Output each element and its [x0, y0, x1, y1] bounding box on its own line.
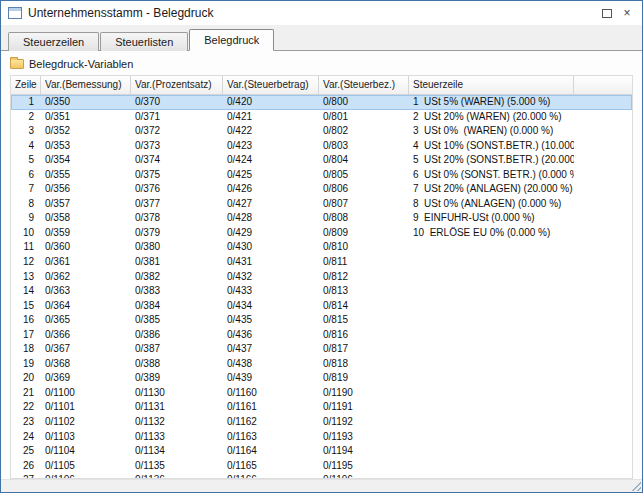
cell-steuerbez: 0/800: [319, 95, 409, 110]
table-row[interactable]: 180/3670/3870/4370/817: [11, 342, 632, 357]
table-row[interactable]: 90/3580/3780/4280/8089 EINFUHR-USt (0.00…: [11, 211, 632, 226]
cell-prozentsatz: 0/380: [131, 240, 223, 255]
cell-steuerbez: 0/814: [319, 299, 409, 314]
cell-steuerbez: 0/1194: [319, 444, 409, 459]
table-row[interactable]: 110/3600/3800/4300/810: [11, 240, 632, 255]
table-row[interactable]: 30/3520/3720/4220/8023 USt 0% (WAREN) (0…: [11, 124, 632, 139]
cell-steuerbetrag: 0/1161: [223, 400, 319, 415]
cell-zeile: 15: [11, 299, 41, 314]
cell-steuerzeile: [409, 342, 574, 357]
cell-prozentsatz: 0/381: [131, 255, 223, 270]
cell-bemessung: 0/1104: [41, 444, 131, 459]
cell-bemessung: 0/366: [41, 328, 131, 343]
cell-steuerbez: 0/1196: [319, 473, 409, 478]
table-row[interactable]: 200/3690/3890/4390/819: [11, 371, 632, 386]
table-row[interactable]: 130/3620/3820/4320/812: [11, 270, 632, 285]
cell-zeile: 14: [11, 284, 41, 299]
table-row[interactable]: 230/11020/11320/11620/1192: [11, 415, 632, 430]
close-button[interactable]: ×: [617, 4, 637, 22]
cell-zeile: 16: [11, 313, 41, 328]
cell-bemessung: 0/367: [41, 342, 131, 357]
cell-bemessung: 0/359: [41, 226, 131, 241]
app-icon: [8, 7, 22, 19]
table-row[interactable]: 20/3510/3710/4210/8012 USt 20% (WAREN) (…: [11, 110, 632, 125]
cell-bemessung: 0/361: [41, 255, 131, 270]
cell-zeile: 5: [11, 153, 41, 168]
cell-zeile: 3: [11, 124, 41, 139]
cell-zeile: 22: [11, 400, 41, 415]
table-row[interactable]: 140/3630/3830/4330/813: [11, 284, 632, 299]
cell-zeile: 17: [11, 328, 41, 343]
cell-bemessung: 0/363: [41, 284, 131, 299]
cell-steuerbetrag: 0/430: [223, 240, 319, 255]
cell-steuerbetrag: 0/439: [223, 371, 319, 386]
table-row[interactable]: 60/3550/3750/4250/8056 USt 0% (SONST. BE…: [11, 168, 632, 183]
cell-bemessung: 0/352: [41, 124, 131, 139]
cell-prozentsatz: 0/379: [131, 226, 223, 241]
cell-bemessung: 0/351: [41, 110, 131, 125]
table-row[interactable]: 150/3640/3840/4340/814: [11, 299, 632, 314]
table-row[interactable]: 40/3530/3730/4230/8034 USt 10% (SONST.BE…: [11, 139, 632, 154]
cell-zeile: 12: [11, 255, 41, 270]
cell-prozentsatz: 0/383: [131, 284, 223, 299]
column-header-bemessung[interactable]: Var.(Bemessung): [41, 76, 131, 94]
cell-prozentsatz: 0/385: [131, 313, 223, 328]
tab-steuerlisten[interactable]: Steuerlisten: [100, 32, 188, 51]
cell-steuerzeile: [409, 444, 574, 459]
cell-steuerzeile: 4 USt 10% (SONST.BETR.) (10.000 %): [409, 139, 574, 154]
table-row[interactable]: 170/3660/3860/4360/816: [11, 328, 632, 343]
cell-prozentsatz: 0/1136: [131, 473, 223, 478]
cell-steuerbetrag: 0/426: [223, 182, 319, 197]
table-row[interactable]: 210/11000/11300/11600/1190: [11, 386, 632, 401]
table-row[interactable]: 260/11050/11350/11650/1195: [11, 459, 632, 474]
column-header-prozentsatz[interactable]: Var.(Prozentsatz): [131, 76, 223, 94]
column-header-steuerbetrag[interactable]: Var.(Steuerbetrag): [223, 76, 319, 94]
maximize-button[interactable]: [597, 4, 617, 22]
titlebar: Unternehmensstamm - Belegdruck ×: [1, 1, 642, 25]
cell-steuerzeile: [409, 240, 574, 255]
cell-steuerzeile: [409, 430, 574, 445]
cell-steuerbetrag: 0/1163: [223, 430, 319, 445]
table-row[interactable]: 120/3610/3810/4310/811: [11, 255, 632, 270]
cell-prozentsatz: 0/1133: [131, 430, 223, 445]
cell-bemessung: 0/1102: [41, 415, 131, 430]
cell-steuerzeile: 9 EINFUHR-USt (0.000 %): [409, 211, 574, 226]
cell-steuerbetrag: 0/1162: [223, 415, 319, 430]
cell-prozentsatz: 0/1132: [131, 415, 223, 430]
table-row[interactable]: 220/11010/11310/11610/1191: [11, 400, 632, 415]
cell-steuerbez: 0/1193: [319, 430, 409, 445]
cell-bemessung: 0/368: [41, 357, 131, 372]
cell-steuerzeile: [409, 415, 574, 430]
tab-belegdruck[interactable]: Belegdruck: [189, 29, 274, 51]
cell-bemessung: 0/365: [41, 313, 131, 328]
resize-grip[interactable]: [630, 480, 641, 491]
cell-steuerzeile: [409, 371, 574, 386]
grid-body: 10/3500/3700/4200/8001 USt 5% (WAREN) (5…: [11, 95, 632, 478]
column-header-steuerbez[interactable]: Var.(Steuerbez.): [319, 76, 409, 94]
dialog-window: Unternehmensstamm - Belegdruck × Steuerz…: [0, 0, 643, 493]
cell-steuerzeile: 10 ERLÖSE EU 0% (0.000 %): [409, 226, 574, 241]
table-row[interactable]: 190/3680/3880/4380/818: [11, 357, 632, 372]
table-row[interactable]: 160/3650/3850/4350/815: [11, 313, 632, 328]
cell-bemessung: 0/358: [41, 211, 131, 226]
table-row[interactable]: 100/3590/3790/4290/80910 ERLÖSE EU 0% (0…: [11, 226, 632, 241]
cell-steuerbetrag: 0/429: [223, 226, 319, 241]
cell-zeile: 26: [11, 459, 41, 474]
table-row[interactable]: 240/11030/11330/11630/1193: [11, 430, 632, 445]
cell-steuerbez: 0/1195: [319, 459, 409, 474]
column-header-zeile[interactable]: Zeile: [11, 76, 41, 94]
cell-steuerbez: 0/816: [319, 328, 409, 343]
table-row[interactable]: 70/3560/3760/4260/8067 USt 20% (ANLAGEN)…: [11, 182, 632, 197]
table-row[interactable]: 80/3570/3770/4270/8078 USt 0% (ANLAGEN) …: [11, 197, 632, 212]
column-header-steuerzeile[interactable]: Steuerzeile: [409, 76, 574, 94]
panel-caption: Belegdruck-Variablen: [10, 56, 633, 72]
cell-prozentsatz: 0/1135: [131, 459, 223, 474]
table-row[interactable]: 270/11060/11360/11660/1196: [11, 473, 632, 478]
table-row[interactable]: 10/3500/3700/4200/8001 USt 5% (WAREN) (5…: [11, 95, 632, 110]
table-row[interactable]: 50/3540/3740/4240/8045 USt 20% (SONST.BE…: [11, 153, 632, 168]
cell-steuerbetrag: 0/437: [223, 342, 319, 357]
cell-steuerbetrag: 0/436: [223, 328, 319, 343]
table-row[interactable]: 250/11040/11340/11640/1194: [11, 444, 632, 459]
tab-steuerzeilen[interactable]: Steuerzeilen: [8, 32, 99, 51]
cell-bemessung: 0/356: [41, 182, 131, 197]
